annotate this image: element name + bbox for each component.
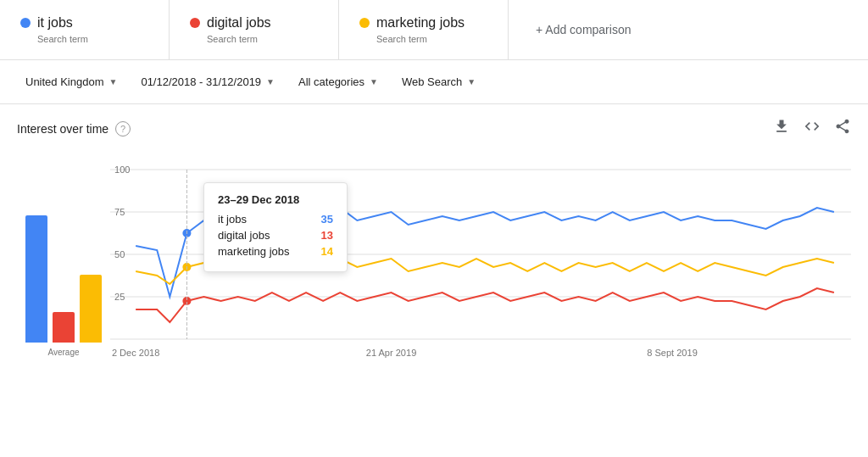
term-type-it-jobs: Search term — [20, 34, 148, 44]
tooltip-value-marketing-jobs: 14 — [321, 245, 333, 258]
region-filter[interactable]: United Kingdom ▼ — [17, 70, 125, 93]
line-chart-area: 23–29 Dec 2018 it jobs 35 digital jobs 1… — [110, 153, 851, 376]
term-digital-jobs[interactable]: digital jobs Search term — [170, 0, 339, 59]
svg-text:25: 25 — [114, 292, 125, 302]
search-type-chevron-icon: ▼ — [467, 77, 476, 86]
svg-text:50: 50 — [114, 249, 125, 259]
chart-section: Interest over time ? Average — [0, 104, 868, 389]
download-button[interactable] — [773, 118, 790, 139]
category-label: All categories — [298, 75, 364, 88]
svg-text:75: 75 — [114, 207, 125, 217]
bar-it-jobs — [25, 215, 47, 343]
date-label: 01/12/2018 - 31/12/2019 — [141, 75, 261, 88]
bar-chart-area: Average — [17, 153, 110, 376]
chart-tooltip: 23–29 Dec 2018 it jobs 35 digital jobs 1… — [203, 182, 348, 272]
term-name-digital-jobs: digital jobs — [190, 15, 318, 31]
term-marketing-jobs[interactable]: marketing jobs Search term — [339, 0, 509, 59]
tooltip-row-digital-jobs: digital jobs 13 — [218, 229, 333, 242]
term-dot-it-jobs — [20, 18, 31, 28]
add-comparison-label: + Add comparison — [536, 23, 631, 36]
chart-title: Interest over time — [17, 122, 108, 136]
svg-text:21 Apr 2019: 21 Apr 2019 — [366, 348, 417, 358]
tooltip-value-digital-jobs: 13 — [321, 229, 333, 242]
line-digital-jobs — [136, 288, 834, 322]
term-name-it-jobs: it jobs — [20, 15, 148, 31]
tooltip-value-it-jobs: 35 — [321, 213, 333, 226]
chart-header: Interest over time ? — [17, 118, 851, 139]
term-type-digital-jobs: Search term — [190, 34, 318, 44]
embed-button[interactable] — [804, 118, 821, 139]
search-type-label: Web Search — [402, 75, 462, 88]
term-label-digital-jobs: digital jobs — [207, 15, 271, 31]
region-label: United Kingdom — [25, 75, 104, 88]
share-button[interactable] — [834, 118, 851, 139]
category-chevron-icon: ▼ — [370, 77, 378, 86]
term-it-jobs[interactable]: it jobs Search term — [0, 0, 170, 59]
chart-title-area: Interest over time ? — [17, 121, 131, 137]
term-dot-digital-jobs — [190, 18, 200, 28]
date-filter[interactable]: 01/12/2018 - 31/12/2019 ▼ — [132, 70, 283, 93]
term-dot-marketing-jobs — [359, 18, 370, 28]
svg-text:100: 100 — [114, 164, 130, 175]
term-label-it-jobs: it jobs — [37, 15, 73, 31]
search-type-filter[interactable]: Web Search ▼ — [393, 70, 484, 93]
region-chevron-icon: ▼ — [109, 77, 118, 86]
bar-marketing-jobs — [80, 275, 102, 343]
tooltip-date: 23–29 Dec 2018 — [218, 193, 333, 206]
bars — [25, 173, 102, 343]
svg-text:2 Dec 2018: 2 Dec 2018 — [112, 348, 159, 358]
term-name-marketing-jobs: marketing jobs — [359, 15, 487, 31]
terms-header: it jobs Search term digital jobs Search … — [0, 0, 868, 60]
chart-container: Average 23–29 Dec 2018 it jobs 35 digita… — [17, 153, 851, 376]
category-filter[interactable]: All categories ▼ — [290, 70, 387, 93]
tooltip-row-marketing-jobs: marketing jobs 14 — [218, 245, 333, 258]
chart-actions — [773, 118, 851, 139]
tooltip-row-it-jobs: it jobs 35 — [218, 213, 333, 226]
term-type-marketing-jobs: Search term — [359, 34, 487, 44]
average-label: Average — [47, 348, 79, 357]
tooltip-label-digital-jobs: digital jobs — [218, 229, 270, 242]
bar-digital-jobs — [53, 312, 75, 343]
filter-bar: United Kingdom ▼ 01/12/2018 - 31/12/2019… — [0, 60, 868, 104]
tooltip-label-it-jobs: it jobs — [218, 213, 247, 226]
add-comparison-button[interactable]: + Add comparison — [509, 0, 868, 59]
svg-text:8 Sept 2019: 8 Sept 2019 — [647, 348, 698, 358]
term-label-marketing-jobs: marketing jobs — [376, 15, 465, 31]
tooltip-label-marketing-jobs: marketing jobs — [218, 245, 290, 258]
date-chevron-icon: ▼ — [266, 77, 275, 86]
help-icon[interactable]: ? — [115, 121, 131, 137]
